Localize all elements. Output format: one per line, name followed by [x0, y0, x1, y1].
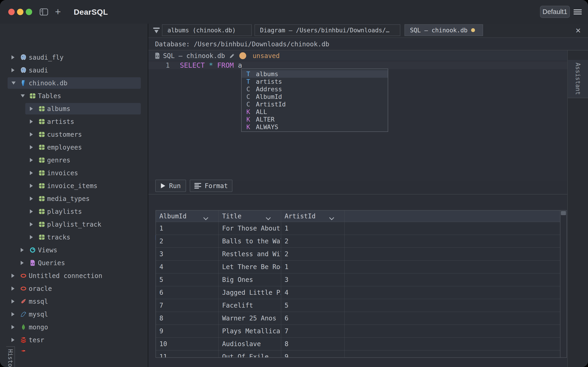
autocomplete-item-artistid[interactable]: CArtistId: [242, 100, 388, 108]
table-cell[interactable]: [345, 235, 560, 248]
sidebar-item-albums[interactable]: albums: [0, 102, 148, 115]
table-cell[interactable]: Balls to the Wal: [219, 235, 281, 248]
sidebar-item-mysql[interactable]: mysql: [0, 308, 148, 321]
traffic-minimize-button[interactable]: [17, 9, 23, 15]
table-cell[interactable]: 9: [281, 350, 345, 357]
table-row[interactable]: 8Warner 25 Anos6: [156, 312, 560, 325]
chevron-right-icon[interactable]: [30, 132, 33, 136]
menu-icon[interactable]: [573, 9, 582, 15]
table-cell[interactable]: [345, 273, 560, 286]
rename-pencil-icon[interactable]: [229, 52, 236, 59]
chevron-right-icon[interactable]: [30, 145, 33, 149]
sidebar-item-saudi-fly[interactable]: saudi_fly: [0, 51, 148, 64]
table-cell[interactable]: Audioslave: [219, 338, 281, 350]
table-cell[interactable]: Big Ones: [219, 273, 281, 286]
sidebar-item-untitled-connection[interactable]: Untitled connection: [0, 269, 148, 282]
sql-code[interactable]: SELECT * FROM a: [180, 61, 242, 69]
table-row[interactable]: 5Big Ones3: [156, 273, 560, 286]
table-cell[interactable]: [345, 312, 560, 325]
sidebar-item-mongo[interactable]: mongo: [0, 321, 148, 334]
autocomplete-item-artists[interactable]: Tartists: [242, 78, 388, 85]
column-header-title[interactable]: Title: [219, 211, 281, 222]
sidebar-item-artists[interactable]: artists: [0, 115, 148, 128]
table-cell[interactable]: [345, 248, 560, 261]
editor-current-line[interactable]: 1 SELECT * FROM a: [148, 61, 567, 69]
chevron-right-icon[interactable]: [30, 171, 33, 175]
chevron-right-icon[interactable]: [11, 325, 15, 329]
table-cell[interactable]: [345, 350, 560, 357]
table-cell[interactable]: 11: [156, 350, 219, 357]
sidebar-item-queries[interactable]: Queries: [0, 257, 148, 269]
chevron-right-icon[interactable]: [30, 235, 33, 239]
autocomplete-item-albums[interactable]: Talbums: [242, 70, 388, 78]
table-cell[interactable]: [345, 338, 560, 350]
table-cell[interactable]: 10: [156, 338, 219, 350]
tab-diagram[interactable]: Diagram — /Users/binhbui/Downloads/…: [254, 24, 400, 36]
table-row[interactable]: 9Plays Metallica7: [156, 325, 560, 338]
run-button[interactable]: Run: [155, 180, 186, 192]
table-cell[interactable]: For Those About: [219, 222, 281, 235]
chevron-right-icon[interactable]: [30, 197, 33, 201]
table-cell[interactable]: [345, 222, 560, 235]
table-cell[interactable]: 1: [156, 222, 219, 235]
chevron-right-icon[interactable]: [30, 184, 33, 188]
table-cell[interactable]: 3: [156, 248, 219, 261]
table-cell[interactable]: Out Of Exile: [219, 350, 281, 357]
history-panel-tab[interactable]: History: [6, 346, 15, 367]
filter-icon[interactable]: [152, 27, 161, 34]
column-header-artistid[interactable]: ArtistId: [281, 211, 345, 222]
table-cell[interactable]: 6: [156, 286, 219, 299]
table-row[interactable]: 2Balls to the Wal2: [156, 235, 560, 248]
autocomplete-item-address[interactable]: CAddress: [242, 85, 388, 93]
table-cell[interactable]: Jagged Little Pi: [219, 286, 281, 299]
sidebar-item-invoice-items[interactable]: invoice_items: [0, 179, 148, 192]
chevron-right-icon[interactable]: [21, 248, 24, 252]
table-cell[interactable]: 5: [281, 299, 345, 312]
sidebar-item-views[interactable]: Views: [0, 244, 148, 257]
sidebar-item-genres[interactable]: genres: [0, 154, 148, 167]
sidebar-item-employees[interactable]: employees: [0, 141, 148, 154]
chevron-down-icon[interactable]: [265, 215, 271, 218]
table-row[interactable]: 10Audioslave8: [156, 338, 560, 350]
table-cell[interactable]: Restless and Wil: [219, 248, 281, 261]
assistant-panel-tab[interactable]: Assistant: [568, 60, 588, 98]
sidebar-item-playlists[interactable]: playlists: [0, 205, 148, 218]
results-scrollbar[interactable]: [561, 211, 566, 357]
sidebar-item-media-types[interactable]: media_types: [0, 192, 148, 205]
sidebar-item-tracks[interactable]: tracks: [0, 231, 148, 244]
scrollbar-thumb[interactable]: [561, 211, 566, 215]
table-cell[interactable]: 7: [281, 325, 345, 338]
table-cell[interactable]: 4: [281, 286, 345, 299]
table-row[interactable]: 6Jagged Little Pi4: [156, 286, 560, 299]
table-cell[interactable]: Facelift: [219, 299, 281, 312]
traffic-close-button[interactable]: [8, 9, 15, 15]
chevron-right-icon[interactable]: [30, 119, 33, 124]
chevron-down-icon[interactable]: [11, 82, 16, 85]
chevron-right-icon[interactable]: [11, 286, 15, 291]
sidebar-item-mssql[interactable]: mssql: [0, 295, 148, 308]
tab-albums[interactable]: albums (chinook.db): [162, 24, 252, 36]
chevron-down-icon[interactable]: [329, 215, 335, 218]
chevron-down-icon[interactable]: [203, 215, 209, 218]
table-row[interactable]: 3Restless and Wil2: [156, 248, 560, 261]
chevron-down-icon[interactable]: [21, 94, 25, 98]
table-cell[interactable]: 8: [281, 338, 345, 350]
sidebar-toggle-icon[interactable]: [40, 8, 48, 16]
sidebar-item-invoices[interactable]: invoices: [0, 167, 148, 179]
table-cell[interactable]: 5: [156, 273, 219, 286]
chevron-right-icon[interactable]: [11, 338, 15, 342]
sidebar-item-customers[interactable]: customers: [0, 128, 148, 141]
table-cell[interactable]: 6: [281, 312, 345, 325]
chevron-right-icon[interactable]: [30, 158, 33, 162]
chevron-right-icon[interactable]: [30, 209, 33, 214]
sidebar-item-playlist-track[interactable]: playlist_track: [0, 218, 148, 231]
autocomplete-item-alter[interactable]: KALTER: [242, 116, 388, 123]
sidebar-item-oracle[interactable]: oracle: [0, 282, 148, 295]
table-cell[interactable]: 4: [156, 261, 219, 273]
table-cell[interactable]: 1: [281, 261, 345, 273]
table-cell[interactable]: Warner 25 Anos: [219, 312, 281, 325]
chevron-right-icon[interactable]: [11, 312, 15, 316]
table-cell[interactable]: Let There Be Roc: [219, 261, 281, 273]
traffic-zoom-button[interactable]: [26, 9, 32, 15]
tab-sql[interactable]: SQL — chinook.db: [405, 24, 483, 36]
